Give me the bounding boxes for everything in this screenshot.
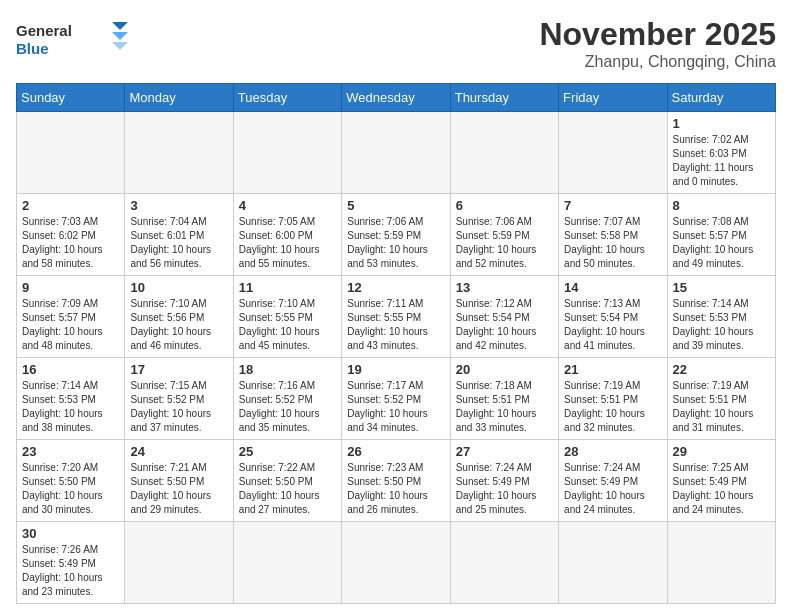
day-number: 3 (130, 198, 227, 213)
svg-text:General: General (16, 22, 72, 39)
day-info: Sunrise: 7:25 AM Sunset: 5:49 PM Dayligh… (673, 461, 770, 517)
day-number: 14 (564, 280, 661, 295)
day-info: Sunrise: 7:13 AM Sunset: 5:54 PM Dayligh… (564, 297, 661, 353)
month-title: November 2025 (539, 16, 776, 53)
day-number: 22 (673, 362, 770, 377)
day-number: 1 (673, 116, 770, 131)
day-info: Sunrise: 7:10 AM Sunset: 5:55 PM Dayligh… (239, 297, 336, 353)
calendar-cell: 27Sunrise: 7:24 AM Sunset: 5:49 PM Dayli… (450, 440, 558, 522)
calendar-cell: 22Sunrise: 7:19 AM Sunset: 5:51 PM Dayli… (667, 358, 775, 440)
calendar-cell: 2Sunrise: 7:03 AM Sunset: 6:02 PM Daylig… (17, 194, 125, 276)
calendar-cell: 26Sunrise: 7:23 AM Sunset: 5:50 PM Dayli… (342, 440, 450, 522)
calendar-cell (450, 522, 558, 604)
calendar-cell (125, 522, 233, 604)
day-number: 12 (347, 280, 444, 295)
day-number: 2 (22, 198, 119, 213)
header-wednesday: Wednesday (342, 84, 450, 112)
day-number: 18 (239, 362, 336, 377)
calendar-cell: 5Sunrise: 7:06 AM Sunset: 5:59 PM Daylig… (342, 194, 450, 276)
day-info: Sunrise: 7:02 AM Sunset: 6:03 PM Dayligh… (673, 133, 770, 189)
header-sunday: Sunday (17, 84, 125, 112)
day-number: 4 (239, 198, 336, 213)
day-number: 30 (22, 526, 119, 541)
header-friday: Friday (559, 84, 667, 112)
calendar-cell (233, 112, 341, 194)
calendar-cell: 1Sunrise: 7:02 AM Sunset: 6:03 PM Daylig… (667, 112, 775, 194)
day-info: Sunrise: 7:14 AM Sunset: 5:53 PM Dayligh… (22, 379, 119, 435)
day-info: Sunrise: 7:09 AM Sunset: 5:57 PM Dayligh… (22, 297, 119, 353)
calendar-cell: 17Sunrise: 7:15 AM Sunset: 5:52 PM Dayli… (125, 358, 233, 440)
day-number: 16 (22, 362, 119, 377)
day-info: Sunrise: 7:24 AM Sunset: 5:49 PM Dayligh… (564, 461, 661, 517)
header-tuesday: Tuesday (233, 84, 341, 112)
calendar-cell: 28Sunrise: 7:24 AM Sunset: 5:49 PM Dayli… (559, 440, 667, 522)
day-info: Sunrise: 7:06 AM Sunset: 5:59 PM Dayligh… (456, 215, 553, 271)
day-number: 15 (673, 280, 770, 295)
day-info: Sunrise: 7:21 AM Sunset: 5:50 PM Dayligh… (130, 461, 227, 517)
day-info: Sunrise: 7:12 AM Sunset: 5:54 PM Dayligh… (456, 297, 553, 353)
day-info: Sunrise: 7:05 AM Sunset: 6:00 PM Dayligh… (239, 215, 336, 271)
day-info: Sunrise: 7:24 AM Sunset: 5:49 PM Dayligh… (456, 461, 553, 517)
page-header: General Blue November 2025 Zhanpu, Chong… (16, 16, 776, 71)
day-number: 17 (130, 362, 227, 377)
calendar-cell (559, 522, 667, 604)
day-number: 23 (22, 444, 119, 459)
calendar-cell (233, 522, 341, 604)
calendar-cell: 15Sunrise: 7:14 AM Sunset: 5:53 PM Dayli… (667, 276, 775, 358)
calendar-cell: 29Sunrise: 7:25 AM Sunset: 5:49 PM Dayli… (667, 440, 775, 522)
calendar-cell (125, 112, 233, 194)
day-info: Sunrise: 7:20 AM Sunset: 5:50 PM Dayligh… (22, 461, 119, 517)
day-number: 5 (347, 198, 444, 213)
day-number: 7 (564, 198, 661, 213)
calendar-cell (342, 112, 450, 194)
header-thursday: Thursday (450, 84, 558, 112)
calendar-cell: 21Sunrise: 7:19 AM Sunset: 5:51 PM Dayli… (559, 358, 667, 440)
day-number: 24 (130, 444, 227, 459)
day-number: 8 (673, 198, 770, 213)
calendar-cell: 25Sunrise: 7:22 AM Sunset: 5:50 PM Dayli… (233, 440, 341, 522)
calendar-cell: 14Sunrise: 7:13 AM Sunset: 5:54 PM Dayli… (559, 276, 667, 358)
calendar-cell: 7Sunrise: 7:07 AM Sunset: 5:58 PM Daylig… (559, 194, 667, 276)
day-info: Sunrise: 7:15 AM Sunset: 5:52 PM Dayligh… (130, 379, 227, 435)
day-number: 26 (347, 444, 444, 459)
calendar-cell: 12Sunrise: 7:11 AM Sunset: 5:55 PM Dayli… (342, 276, 450, 358)
calendar-cell: 18Sunrise: 7:16 AM Sunset: 5:52 PM Dayli… (233, 358, 341, 440)
calendar-cell: 11Sunrise: 7:10 AM Sunset: 5:55 PM Dayli… (233, 276, 341, 358)
day-number: 6 (456, 198, 553, 213)
day-number: 27 (456, 444, 553, 459)
day-info: Sunrise: 7:07 AM Sunset: 5:58 PM Dayligh… (564, 215, 661, 271)
day-number: 10 (130, 280, 227, 295)
day-number: 21 (564, 362, 661, 377)
day-info: Sunrise: 7:11 AM Sunset: 5:55 PM Dayligh… (347, 297, 444, 353)
day-info: Sunrise: 7:04 AM Sunset: 6:01 PM Dayligh… (130, 215, 227, 271)
day-info: Sunrise: 7:26 AM Sunset: 5:49 PM Dayligh… (22, 543, 119, 599)
calendar-cell: 10Sunrise: 7:10 AM Sunset: 5:56 PM Dayli… (125, 276, 233, 358)
header-monday: Monday (125, 84, 233, 112)
calendar-cell (342, 522, 450, 604)
day-info: Sunrise: 7:18 AM Sunset: 5:51 PM Dayligh… (456, 379, 553, 435)
title-area: November 2025 Zhanpu, Chongqing, China (539, 16, 776, 71)
day-info: Sunrise: 7:22 AM Sunset: 5:50 PM Dayligh… (239, 461, 336, 517)
svg-marker-5 (112, 42, 128, 50)
day-number: 19 (347, 362, 444, 377)
header-saturday: Saturday (667, 84, 775, 112)
day-info: Sunrise: 7:17 AM Sunset: 5:52 PM Dayligh… (347, 379, 444, 435)
calendar-cell (450, 112, 558, 194)
svg-text:Blue: Blue (16, 40, 49, 57)
day-number: 25 (239, 444, 336, 459)
day-number: 11 (239, 280, 336, 295)
day-number: 20 (456, 362, 553, 377)
calendar-cell: 19Sunrise: 7:17 AM Sunset: 5:52 PM Dayli… (342, 358, 450, 440)
day-number: 29 (673, 444, 770, 459)
calendar-cell: 8Sunrise: 7:08 AM Sunset: 5:57 PM Daylig… (667, 194, 775, 276)
day-number: 28 (564, 444, 661, 459)
calendar-cell: 6Sunrise: 7:06 AM Sunset: 5:59 PM Daylig… (450, 194, 558, 276)
day-info: Sunrise: 7:06 AM Sunset: 5:59 PM Dayligh… (347, 215, 444, 271)
calendar-cell: 9Sunrise: 7:09 AM Sunset: 5:57 PM Daylig… (17, 276, 125, 358)
calendar-cell: 4Sunrise: 7:05 AM Sunset: 6:00 PM Daylig… (233, 194, 341, 276)
calendar-cell: 3Sunrise: 7:04 AM Sunset: 6:01 PM Daylig… (125, 194, 233, 276)
calendar-cell: 23Sunrise: 7:20 AM Sunset: 5:50 PM Dayli… (17, 440, 125, 522)
calendar-cell (17, 112, 125, 194)
svg-marker-4 (112, 32, 128, 40)
day-info: Sunrise: 7:10 AM Sunset: 5:56 PM Dayligh… (130, 297, 227, 353)
